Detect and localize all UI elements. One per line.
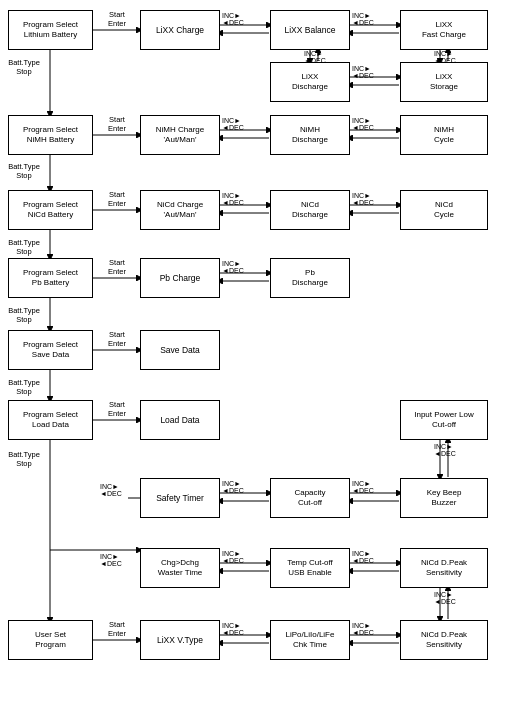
inc-dec-ip-kb: INC►◄DEC (434, 443, 456, 457)
input-power-box: Input Power LowCut-off (400, 400, 488, 440)
prog-pb-label: Program SelectPb Battery (23, 268, 78, 288)
nicd-charge-box: NiCd Charge'Aut/Man' (140, 190, 220, 230)
nicd-cycle-box: NiCdCycle (400, 190, 488, 230)
nicd-discharge-box: NiCdDischarge (270, 190, 350, 230)
lixx-storage-label: LiXXStorage (430, 72, 458, 92)
inc-dec-cd-2: INC►◄DEC (352, 550, 374, 564)
nicd-discharge-label: NiCdDischarge (292, 200, 328, 220)
temp-cutoff-label: Temp Cut-offUSB Enable (287, 558, 333, 578)
nimh-charge-label: NiMH Charge'Aut/Man' (156, 125, 204, 145)
inc-dec-st-1: INC►◄DEC (222, 480, 244, 494)
lixx-fastcharge-label: LiXXFast Charge (422, 20, 466, 40)
inc-dec-disc-stor: INC►◄DEC (352, 65, 374, 79)
pb-discharge-box: PbDischarge (270, 258, 350, 298)
inc-dec-nimh-1: INC►◄DEC (222, 117, 244, 131)
lixx-vtype-label: LiXX V.Type (157, 635, 203, 646)
save-data-label: Save Data (160, 345, 200, 356)
inc-dec-cd-left: INC►◄DEC (100, 553, 122, 567)
lixx-balance-box: LiXX Balance (270, 10, 350, 50)
capacity-cutoff-box: CapacityCut-off (270, 478, 350, 518)
batt-stop-4: Batt.TypeStop (4, 306, 44, 324)
prog-nimh-label: Program SelectNiMH Battery (23, 125, 78, 145)
lixx-charge-box: LiXX Charge (140, 10, 220, 50)
nicd-dpeak2-label: NiCd D.PeakSensitivity (421, 630, 467, 650)
nimh-discharge-label: NiMHDischarge (292, 125, 328, 145)
lixx-vtype-box: LiXX V.Type (140, 620, 220, 660)
inc-dec-pb-1: INC►◄DEC (222, 260, 244, 274)
prog-load-label: Program SelectLoad Data (23, 410, 78, 430)
load-data-label: Load Data (160, 415, 199, 426)
inc-dec-nicd-1: INC►◄DEC (222, 192, 244, 206)
lixx-discharge-box: LiXXDischarge (270, 62, 350, 102)
safety-timer-label: Safety Timer (156, 493, 204, 504)
temp-cutoff-box: Temp Cut-offUSB Enable (270, 548, 350, 588)
inc-dec-nimh-2: INC►◄DEC (352, 117, 374, 131)
prog-load-box: Program SelectLoad Data (8, 400, 93, 440)
start-enter-6: StartEnter (98, 400, 136, 418)
lipo-chktime-box: LiPo/LiIo/LiFeChk Time (270, 620, 350, 660)
lixx-charge-label: LiXX Charge (156, 25, 204, 36)
lixx-fastcharge-box: LiXXFast Charge (400, 10, 488, 50)
prog-lithium-box: Program SelectLithium Battery (8, 10, 93, 50)
pb-discharge-label: PbDischarge (292, 268, 328, 288)
lixx-balance-label: LiXX Balance (284, 25, 335, 36)
inc-dec-st-2: INC►◄DEC (352, 480, 374, 494)
chg-dchg-label: Chg>DchgWaster Time (158, 558, 203, 578)
batt-stop-1: Batt.TypeStop (4, 58, 44, 76)
prog-save-label: Program SelectSave Data (23, 340, 78, 360)
batt-stop-6: Batt.TypeStop (4, 450, 44, 468)
nicd-charge-label: NiCd Charge'Aut/Man' (157, 200, 203, 220)
start-enter-7: StartEnter (98, 620, 136, 638)
capacity-cutoff-label: CapacityCut-off (294, 488, 325, 508)
nimh-discharge-box: NiMHDischarge (270, 115, 350, 155)
batt-stop-2: Batt.TypeStop (4, 162, 44, 180)
prog-pb-box: Program SelectPb Battery (8, 258, 93, 298)
nimh-cycle-label: NiMHCycle (434, 125, 454, 145)
start-enter-1: StartEnter (98, 10, 136, 28)
lixx-discharge-label: LiXXDischarge (292, 72, 328, 92)
chg-dchg-box: Chg>DchgWaster Time (140, 548, 220, 588)
batt-stop-3: Batt.TypeStop (4, 238, 44, 256)
prog-nimh-box: Program SelectNiMH Battery (8, 115, 93, 155)
lipo-chktime-label: LiPo/LiIo/LiFeChk Time (286, 630, 335, 650)
start-enter-4: StartEnter (98, 258, 136, 276)
prog-nicd-box: Program SelectNiCd Battery (8, 190, 93, 230)
inc-dec-vt-2: INC►◄DEC (352, 622, 374, 636)
pb-charge-box: Pb Charge (140, 258, 220, 298)
prog-lithium-label: Program SelectLithium Battery (23, 20, 78, 40)
inc-dec-nicd-2: INC►◄DEC (352, 192, 374, 206)
inc-dec-vt-1: INC►◄DEC (222, 622, 244, 636)
start-enter-5: StartEnter (98, 330, 136, 348)
nicd-cycle-label: NiCdCycle (434, 200, 454, 220)
inc-dec-1: INC►◄DEC (222, 12, 244, 26)
inc-dec-cd-1: INC►◄DEC (222, 550, 244, 564)
inc-dec-2: INC►◄DEC (352, 12, 374, 26)
nimh-cycle-box: NiMHCycle (400, 115, 488, 155)
inc-dec-dp-vert: INC►◄DEC (434, 591, 456, 605)
key-beep-box: Key BeepBuzzer (400, 478, 488, 518)
prog-save-box: Program SelectSave Data (8, 330, 93, 370)
user-set-label: User SetProgram (35, 630, 66, 650)
user-set-box: User SetProgram (8, 620, 93, 660)
load-data-box: Load Data (140, 400, 220, 440)
input-power-label: Input Power LowCut-off (414, 410, 474, 430)
safety-timer-box: Safety Timer (140, 478, 220, 518)
start-enter-2: StartEnter (98, 115, 136, 133)
key-beep-label: Key BeepBuzzer (427, 488, 462, 508)
flow-diagram: Program SelectLithium Battery StartEnter… (0, 0, 507, 16)
nicd-dpeak1-label: NiCd D.PeakSensitivity (421, 558, 467, 578)
inc-dec-st-left: INC►◄DEC (100, 483, 122, 497)
nicd-dpeak1-box: NiCd D.PeakSensitivity (400, 548, 488, 588)
start-enter-3: StartEnter (98, 190, 136, 208)
nicd-dpeak2-box: NiCd D.PeakSensitivity (400, 620, 488, 660)
save-data-box: Save Data (140, 330, 220, 370)
lixx-storage-box: LiXXStorage (400, 62, 488, 102)
nimh-charge-box: NiMH Charge'Aut/Man' (140, 115, 220, 155)
prog-nicd-label: Program SelectNiCd Battery (23, 200, 78, 220)
batt-stop-5: Batt.TypeStop (4, 378, 44, 396)
pb-charge-label: Pb Charge (160, 273, 201, 284)
